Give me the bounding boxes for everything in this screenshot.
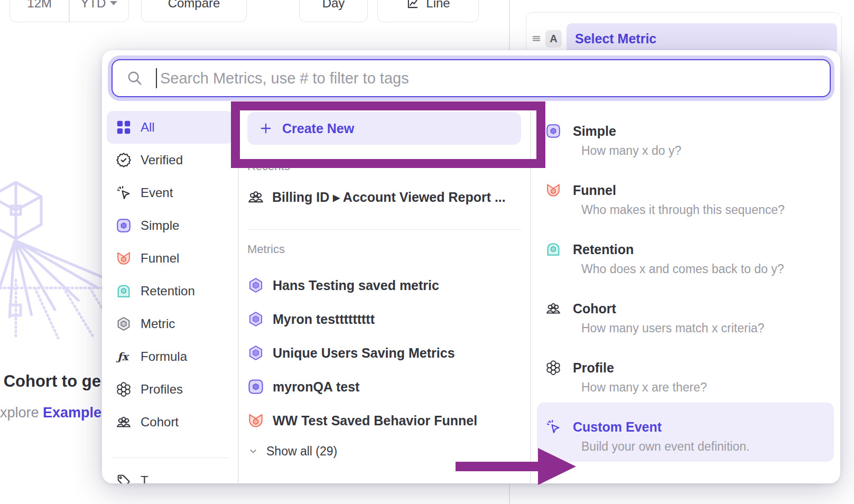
search-bar[interactable] [112, 59, 831, 97]
caret-down-icon [110, 1, 117, 5]
sidebar-item-metric[interactable]: Metric [107, 307, 233, 340]
type-profile[interactable]: Profile How many x are there? [537, 343, 834, 403]
metric-row-badge: A [545, 30, 562, 48]
chevron-down-icon [247, 445, 259, 457]
annotation-highlight-box [231, 101, 545, 168]
retention-icon [116, 283, 132, 299]
empty-state-illustration [0, 174, 106, 354]
granularity-day-button[interactable]: Day [299, 0, 368, 22]
sidebar-item-tags[interactable]: T [107, 464, 233, 483]
metric-hexagon-icon [247, 311, 264, 328]
metric-hexagon-icon [116, 316, 132, 332]
sidebar-item-event[interactable]: Event [107, 176, 233, 209]
range-12m-button[interactable]: 12M [10, 0, 69, 22]
event-cursor-icon [116, 185, 132, 201]
metric-list-item[interactable]: myronQA test [247, 370, 521, 404]
sidebar-item-cohort[interactable]: Cohort [107, 406, 233, 438]
funnel-icon [116, 250, 132, 266]
sidebar-item-funnel[interactable]: Funnel [107, 242, 233, 275]
sidebar-item-profiles[interactable]: Profiles [107, 373, 233, 406]
recent-item[interactable]: Billing ID ▸ Account Viewed Report ... [247, 186, 521, 208]
compare-button[interactable]: Compare [141, 0, 247, 22]
metric-types-column: Simple How many x do y? Funnel Who makes… [531, 105, 840, 483]
simple-metric-icon [545, 123, 561, 139]
sidebar-item-formula[interactable]: Formula [107, 340, 233, 373]
type-funnel[interactable]: Funnel Who makes it through this sequenc… [537, 166, 834, 225]
sidebar-divider [111, 458, 229, 458]
funnel-icon [545, 182, 561, 198]
profiles-icon [116, 381, 132, 397]
simple-metric-icon [116, 218, 132, 234]
simple-metric-icon [247, 378, 264, 395]
type-cohort[interactable]: Cohort How many users match x criteria? [537, 284, 834, 343]
grid-icon [116, 119, 132, 135]
cohort-icon [116, 414, 132, 430]
sidebar-item-verified[interactable]: Verified [107, 144, 233, 176]
sidebar-item-all[interactable]: All [107, 111, 233, 144]
date-range-segmented-control[interactable]: 12M YTD [10, 0, 129, 22]
type-simple[interactable]: Simple How many x do y? [537, 107, 834, 166]
tag-icon [116, 473, 132, 483]
funnel-icon [247, 412, 264, 429]
drag-handle-icon[interactable] [531, 33, 542, 44]
sidebar-item-simple[interactable]: Simple [107, 209, 233, 242]
cohort-icon [545, 301, 561, 316]
select-metric-field[interactable]: Select Metric [567, 23, 837, 54]
profiles-icon [545, 360, 561, 376]
type-custom-event[interactable]: Custom Event Build your own event defini… [537, 403, 834, 462]
empty-state-subtext: xplore Example R [0, 405, 102, 421]
cohort-icon [247, 189, 264, 206]
metric-list-item[interactable]: Hans Testing saved metric [247, 268, 521, 302]
retention-icon [545, 241, 561, 257]
line-chart-icon [406, 0, 420, 10]
empty-state-headline: r Cohort to ge [0, 372, 101, 391]
list-divider [247, 229, 521, 230]
search-icon [126, 70, 143, 87]
custom-event-cursor-icon [545, 419, 561, 435]
search-input[interactable] [157, 70, 830, 87]
metric-list-item[interactable]: WW Test Saved Behavior Funnel [247, 404, 521, 437]
verified-badge-icon [116, 152, 132, 168]
category-sidebar: All Verified Event Simple Funnel Retenti… [102, 105, 238, 483]
type-retention[interactable]: Retention Who does x and comes back to d… [537, 225, 834, 284]
metric-list-item[interactable]: Unique Users Saving Metrics [247, 336, 521, 370]
example-link[interactable]: Example [43, 405, 101, 421]
range-ytd-button[interactable]: YTD [70, 0, 128, 22]
sidebar-item-retention[interactable]: Retention [107, 275, 233, 307]
metrics-heading: Metrics [247, 242, 521, 256]
chart-type-line-button[interactable]: Line [377, 0, 479, 22]
metric-list-item[interactable]: Myron testtttttttt [247, 302, 521, 336]
metric-hexagon-icon [247, 277, 264, 294]
annotation-arrow [453, 447, 578, 486]
metric-hexagon-icon [247, 344, 264, 361]
formula-fx-icon [116, 349, 132, 365]
